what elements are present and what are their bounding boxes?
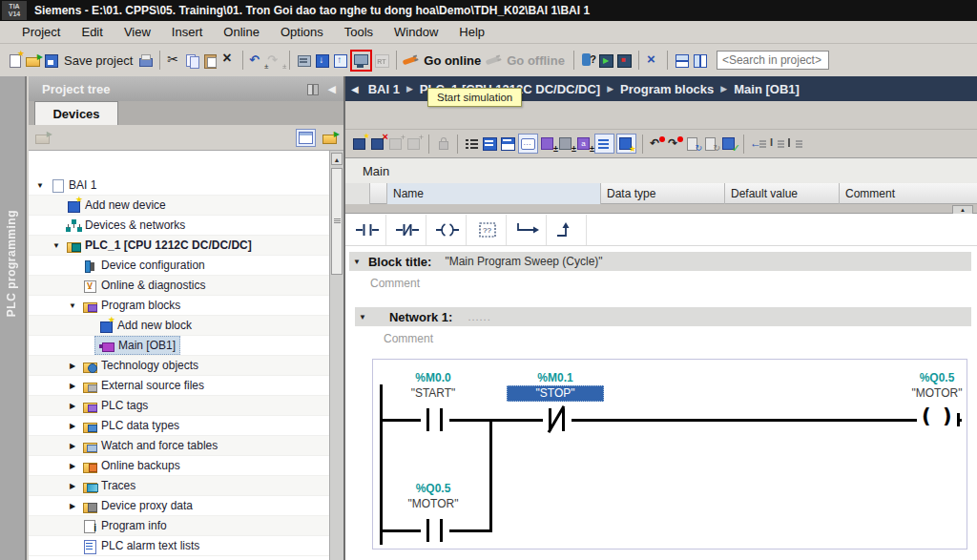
add-row-icon[interactable] bbox=[406, 135, 423, 152]
outline-view-icon[interactable] bbox=[464, 135, 480, 152]
menu-online[interactable]: Online bbox=[213, 22, 270, 42]
collapse-all-networks-icon[interactable] bbox=[500, 135, 516, 152]
coil-button[interactable] bbox=[428, 215, 467, 245]
stop-address[interactable]: %M0.1 bbox=[503, 371, 608, 384]
show-symbol-operands-icon[interactable] bbox=[540, 135, 556, 152]
start-cpu-icon[interactable] bbox=[598, 52, 614, 69]
menu-help[interactable]: Help bbox=[448, 22, 495, 42]
menu-tools[interactable]: Tools bbox=[334, 22, 384, 42]
coil-left-paren[interactable]: ( bbox=[922, 404, 931, 427]
favorites-toggle-icon[interactable] bbox=[616, 134, 636, 154]
compile-icon[interactable] bbox=[296, 52, 312, 69]
go-to-network-icon[interactable] bbox=[750, 135, 766, 152]
column-data-type[interactable]: Data type bbox=[601, 183, 725, 204]
tree-item-technology-objects[interactable]: ▶Technology objects bbox=[29, 356, 343, 376]
tree-item-main-ob1[interactable]: Main [OB1] bbox=[29, 336, 343, 356]
tree-item-online-diagnostics[interactable]: Online & diagnostics bbox=[29, 276, 343, 296]
start-contact-right-bar[interactable] bbox=[440, 408, 443, 431]
menu-window[interactable]: Window bbox=[384, 22, 448, 42]
expand-node-icon[interactable]: ▶ bbox=[67, 382, 78, 390]
block-title-band[interactable]: ▼ Block title: "Main Program Sweep (Cycl… bbox=[349, 252, 971, 271]
tree-item-devices-networks[interactable]: Devices & networks bbox=[29, 216, 343, 236]
network-1-band[interactable]: ▼ Network 1: ...... bbox=[355, 307, 971, 326]
tree-item-device-proxy-data[interactable]: ▶Device proxy data bbox=[29, 496, 343, 516]
coil-right-paren[interactable]: ) bbox=[943, 404, 952, 427]
update-block-call-icon[interactable] bbox=[685, 135, 701, 152]
expand-all-networks-icon[interactable] bbox=[482, 135, 498, 152]
empty-box-button[interactable]: ?? bbox=[468, 215, 507, 245]
insert-network-icon[interactable] bbox=[352, 135, 368, 152]
column-comment[interactable]: Comment bbox=[840, 183, 977, 204]
tree-item-add-new-device[interactable]: Add new device bbox=[29, 196, 343, 216]
cross-references-icon[interactable] bbox=[645, 52, 661, 69]
split-horizontal-icon[interactable] bbox=[674, 52, 690, 69]
expand-node-icon[interactable]: ▶ bbox=[67, 362, 78, 370]
copy-icon[interactable] bbox=[184, 52, 200, 69]
tree-item-add-new-block[interactable]: Add new block bbox=[29, 316, 343, 336]
network-canvas[interactable]: ( ) %M0.0 "START" %M0.1 "STOP" %Q0.5 "MO… bbox=[372, 359, 967, 550]
expand-node-icon[interactable]: ▶ bbox=[67, 482, 78, 490]
new-folder-icon[interactable] bbox=[34, 130, 51, 146]
previous-error-icon[interactable] bbox=[649, 135, 665, 152]
refresh-tree-icon[interactable] bbox=[322, 130, 338, 146]
save-project-icon[interactable] bbox=[43, 52, 59, 69]
tree-item-watch-and-force-tables[interactable]: ▶Watch and force tables bbox=[29, 436, 343, 456]
cut-icon[interactable] bbox=[166, 52, 182, 69]
menu-project[interactable]: Project bbox=[11, 22, 71, 42]
close-branch-button[interactable] bbox=[549, 215, 587, 245]
upload-from-device-icon[interactable] bbox=[332, 52, 348, 69]
tab-devices[interactable]: Devices bbox=[34, 101, 118, 125]
stop-runtime-icon[interactable] bbox=[374, 52, 390, 69]
insert-row-icon[interactable] bbox=[388, 135, 405, 152]
tree-item-plc-alarm-text-lists[interactable]: PLC alarm text lists bbox=[29, 536, 343, 556]
go-online-label[interactable]: Go online bbox=[424, 53, 481, 68]
menu-insert[interactable]: Insert bbox=[161, 22, 214, 42]
table-splitter[interactable] bbox=[345, 204, 977, 214]
expand-node-icon[interactable]: ▶ bbox=[67, 442, 78, 450]
expand-node-icon[interactable]: ▶ bbox=[67, 462, 78, 470]
sort-view-button[interactable] bbox=[296, 129, 316, 147]
absolute-operand-info-icon[interactable] bbox=[768, 135, 784, 152]
collapse-node-icon[interactable]: ▼ bbox=[67, 301, 78, 310]
paste-icon[interactable] bbox=[202, 52, 218, 69]
consistency-check-icon[interactable] bbox=[721, 135, 738, 152]
split-vertical-icon[interactable] bbox=[692, 52, 708, 69]
block-comment-placeholder[interactable]: Comment bbox=[370, 277, 420, 290]
next-error-icon[interactable] bbox=[667, 135, 683, 152]
coil-address[interactable]: %Q0.5 bbox=[884, 371, 977, 384]
branch-name[interactable]: "MOTOR" bbox=[381, 497, 486, 510]
toggle-network-comments-icon[interactable] bbox=[518, 134, 538, 154]
go-offline-icon[interactable] bbox=[486, 52, 502, 69]
stop-name-selected[interactable]: "STOP" bbox=[507, 385, 604, 402]
collapse-node-icon[interactable]: ▼ bbox=[34, 181, 46, 190]
scroll-up-icon[interactable]: ▲ bbox=[331, 153, 343, 165]
sequence-view-icon[interactable] bbox=[594, 134, 614, 154]
reset-start-values-icon[interactable] bbox=[435, 135, 451, 152]
open-project-icon[interactable] bbox=[25, 52, 41, 69]
breadcrumb-item-2[interactable]: Program blocks bbox=[620, 82, 714, 96]
network-comment-placeholder[interactable]: Comment bbox=[384, 332, 433, 345]
tree-item-program-blocks[interactable]: ▼Program blocks bbox=[29, 296, 343, 316]
undo-icon[interactable] bbox=[249, 52, 265, 69]
collapse-tree-icon[interactable]: ◀ bbox=[328, 83, 336, 95]
online-diagnostics-icon[interactable] bbox=[580, 52, 596, 69]
menu-options[interactable]: Options bbox=[270, 22, 334, 42]
delete-icon[interactable] bbox=[220, 52, 237, 69]
print-icon[interactable] bbox=[137, 52, 154, 69]
no-contact-button[interactable] bbox=[348, 215, 386, 245]
start-contact-left-bar[interactable] bbox=[426, 408, 429, 431]
show-absolute-operands-icon[interactable] bbox=[558, 135, 574, 152]
split-panes-icon[interactable] bbox=[305, 82, 321, 96]
open-branch-button[interactable] bbox=[509, 215, 547, 245]
tree-item-program-info[interactable]: Program info bbox=[29, 516, 343, 536]
scroll-thumb[interactable] bbox=[331, 168, 343, 275]
collapse-node-icon[interactable]: ▼ bbox=[51, 241, 62, 250]
branch-contact-left-bar[interactable] bbox=[426, 519, 429, 542]
tree-item-bai-1[interactable]: ▼BAI 1 bbox=[29, 176, 343, 196]
start-address[interactable]: %M0.0 bbox=[381, 371, 486, 384]
expand-node-icon[interactable]: ▶ bbox=[67, 422, 78, 430]
tree-scrollbar[interactable]: ▲ bbox=[329, 151, 343, 560]
start-name[interactable]: "START" bbox=[381, 386, 486, 400]
download-to-device-icon[interactable] bbox=[314, 52, 330, 69]
delete-network-icon[interactable] bbox=[370, 135, 386, 152]
